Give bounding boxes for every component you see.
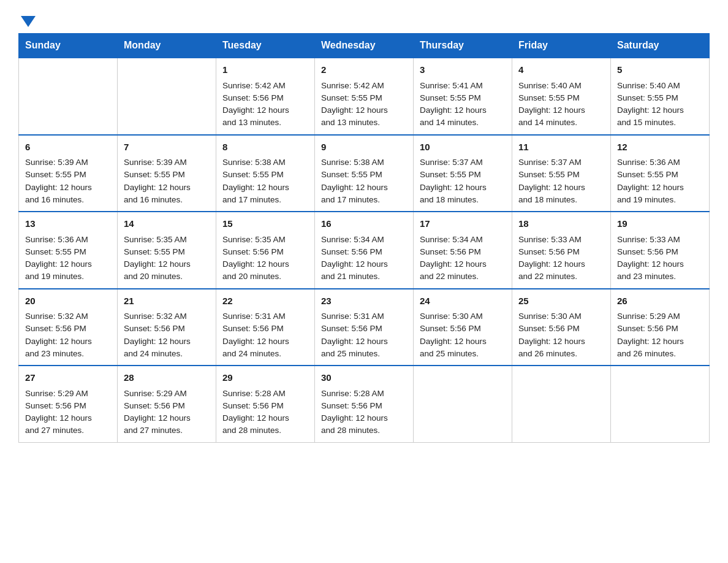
week-row-4: 20Sunrise: 5:32 AM Sunset: 5:56 PM Dayli… [19, 289, 710, 366]
day-number: 1 [222, 63, 308, 77]
calendar-cell: 20Sunrise: 5:32 AM Sunset: 5:56 PM Dayli… [19, 289, 118, 366]
day-number: 28 [124, 371, 210, 385]
day-info: Sunrise: 5:38 AM Sunset: 5:55 PM Dayligh… [222, 156, 308, 206]
calendar-cell: 9Sunrise: 5:38 AM Sunset: 5:55 PM Daylig… [315, 135, 414, 212]
day-info: Sunrise: 5:31 AM Sunset: 5:56 PM Dayligh… [222, 310, 308, 360]
calendar-cell: 4Sunrise: 5:40 AM Sunset: 5:55 PM Daylig… [512, 58, 611, 135]
calendar-cell: 24Sunrise: 5:30 AM Sunset: 5:56 PM Dayli… [414, 289, 512, 366]
day-info: Sunrise: 5:31 AM Sunset: 5:56 PM Dayligh… [321, 310, 407, 360]
day-info: Sunrise: 5:38 AM Sunset: 5:55 PM Dayligh… [321, 156, 407, 206]
day-info: Sunrise: 5:40 AM Sunset: 5:55 PM Dayligh… [617, 80, 703, 129]
day-number: 27 [25, 371, 111, 385]
calendar-cell: 11Sunrise: 5:37 AM Sunset: 5:55 PM Dayli… [512, 135, 611, 212]
calendar-cell: 25Sunrise: 5:30 AM Sunset: 5:56 PM Dayli… [512, 289, 611, 366]
day-info: Sunrise: 5:29 AM Sunset: 5:56 PM Dayligh… [124, 388, 210, 437]
day-info: Sunrise: 5:39 AM Sunset: 5:55 PM Dayligh… [25, 156, 111, 206]
day-number: 6 [25, 140, 111, 155]
day-info: Sunrise: 5:37 AM Sunset: 5:55 PM Dayligh… [518, 156, 604, 206]
day-info: Sunrise: 5:32 AM Sunset: 5:56 PM Dayligh… [25, 310, 111, 360]
calendar-cell: 10Sunrise: 5:37 AM Sunset: 5:55 PM Dayli… [414, 135, 512, 212]
day-info: Sunrise: 5:28 AM Sunset: 5:56 PM Dayligh… [222, 388, 308, 437]
calendar-cell: 1Sunrise: 5:42 AM Sunset: 5:56 PM Daylig… [216, 58, 315, 135]
calendar-cell [118, 58, 216, 135]
calendar-cell: 8Sunrise: 5:38 AM Sunset: 5:55 PM Daylig… [216, 135, 315, 212]
day-info: Sunrise: 5:33 AM Sunset: 5:56 PM Dayligh… [518, 234, 604, 283]
day-number: 29 [222, 371, 308, 385]
week-row-1: 1Sunrise: 5:42 AM Sunset: 5:56 PM Daylig… [19, 58, 710, 135]
column-header-wednesday: Wednesday [315, 34, 414, 58]
calendar-cell [414, 366, 512, 442]
calendar-cell: 6Sunrise: 5:39 AM Sunset: 5:55 PM Daylig… [19, 135, 118, 212]
day-number: 15 [222, 217, 308, 231]
calendar-cell [512, 366, 611, 442]
day-number: 14 [124, 217, 210, 231]
day-info: Sunrise: 5:41 AM Sunset: 5:55 PM Dayligh… [420, 80, 506, 129]
page-header [18, 12, 710, 27]
week-row-3: 13Sunrise: 5:36 AM Sunset: 5:55 PM Dayli… [19, 212, 710, 289]
calendar-cell: 14Sunrise: 5:35 AM Sunset: 5:55 PM Dayli… [118, 212, 216, 289]
calendar-cell: 30Sunrise: 5:28 AM Sunset: 5:56 PM Dayli… [315, 366, 414, 442]
logo-arrow-icon [21, 16, 36, 27]
logo [18, 12, 36, 27]
day-info: Sunrise: 5:32 AM Sunset: 5:56 PM Dayligh… [124, 310, 210, 360]
calendar-header-row: SundayMondayTuesdayWednesdayThursdayFrid… [19, 34, 710, 58]
day-number: 22 [222, 294, 308, 308]
day-info: Sunrise: 5:40 AM Sunset: 5:55 PM Dayligh… [518, 80, 604, 129]
day-info: Sunrise: 5:35 AM Sunset: 5:55 PM Dayligh… [124, 234, 210, 283]
column-header-saturday: Saturday [611, 34, 710, 58]
column-header-sunday: Sunday [19, 34, 118, 58]
day-info: Sunrise: 5:34 AM Sunset: 5:56 PM Dayligh… [420, 234, 506, 283]
calendar-cell: 22Sunrise: 5:31 AM Sunset: 5:56 PM Dayli… [216, 289, 315, 366]
day-number: 24 [420, 294, 506, 308]
day-info: Sunrise: 5:42 AM Sunset: 5:56 PM Dayligh… [222, 80, 308, 129]
day-number: 11 [518, 140, 604, 155]
calendar-cell: 23Sunrise: 5:31 AM Sunset: 5:56 PM Dayli… [315, 289, 414, 366]
calendar-cell [611, 366, 710, 442]
column-header-friday: Friday [512, 34, 611, 58]
column-header-tuesday: Tuesday [216, 34, 315, 58]
week-row-5: 27Sunrise: 5:29 AM Sunset: 5:56 PM Dayli… [19, 366, 710, 442]
day-info: Sunrise: 5:39 AM Sunset: 5:55 PM Dayligh… [124, 156, 210, 206]
calendar-cell [19, 58, 118, 135]
day-info: Sunrise: 5:36 AM Sunset: 5:55 PM Dayligh… [25, 234, 111, 283]
day-info: Sunrise: 5:30 AM Sunset: 5:56 PM Dayligh… [518, 310, 604, 360]
day-number: 20 [25, 294, 111, 308]
day-number: 19 [617, 217, 703, 231]
calendar-cell: 7Sunrise: 5:39 AM Sunset: 5:55 PM Daylig… [118, 135, 216, 212]
day-number: 10 [420, 140, 506, 155]
day-info: Sunrise: 5:29 AM Sunset: 5:56 PM Dayligh… [617, 310, 703, 360]
day-info: Sunrise: 5:34 AM Sunset: 5:56 PM Dayligh… [321, 234, 407, 283]
calendar-cell: 12Sunrise: 5:36 AM Sunset: 5:55 PM Dayli… [611, 135, 710, 212]
day-number: 2 [321, 63, 407, 77]
day-info: Sunrise: 5:30 AM Sunset: 5:56 PM Dayligh… [420, 310, 506, 360]
day-number: 21 [124, 294, 210, 308]
day-number: 30 [321, 371, 407, 385]
day-number: 9 [321, 140, 407, 155]
week-row-2: 6Sunrise: 5:39 AM Sunset: 5:55 PM Daylig… [19, 135, 710, 212]
day-info: Sunrise: 5:33 AM Sunset: 5:56 PM Dayligh… [617, 234, 703, 283]
day-number: 5 [617, 63, 703, 77]
calendar-cell: 13Sunrise: 5:36 AM Sunset: 5:55 PM Dayli… [19, 212, 118, 289]
day-info: Sunrise: 5:36 AM Sunset: 5:55 PM Dayligh… [617, 156, 703, 206]
day-number: 4 [518, 63, 604, 77]
day-number: 18 [518, 217, 604, 231]
calendar-cell: 15Sunrise: 5:35 AM Sunset: 5:56 PM Dayli… [216, 212, 315, 289]
day-number: 12 [617, 140, 703, 155]
day-info: Sunrise: 5:29 AM Sunset: 5:56 PM Dayligh… [25, 388, 111, 437]
calendar-cell: 19Sunrise: 5:33 AM Sunset: 5:56 PM Dayli… [611, 212, 710, 289]
calendar-table: SundayMondayTuesdayWednesdayThursdayFrid… [18, 33, 710, 443]
day-number: 3 [420, 63, 506, 77]
day-number: 25 [518, 294, 604, 308]
day-info: Sunrise: 5:35 AM Sunset: 5:56 PM Dayligh… [222, 234, 308, 283]
day-number: 17 [420, 217, 506, 231]
calendar-cell: 16Sunrise: 5:34 AM Sunset: 5:56 PM Dayli… [315, 212, 414, 289]
calendar-cell: 28Sunrise: 5:29 AM Sunset: 5:56 PM Dayli… [118, 366, 216, 442]
column-header-thursday: Thursday [414, 34, 512, 58]
day-number: 16 [321, 217, 407, 231]
calendar-cell: 18Sunrise: 5:33 AM Sunset: 5:56 PM Dayli… [512, 212, 611, 289]
calendar-cell: 17Sunrise: 5:34 AM Sunset: 5:56 PM Dayli… [414, 212, 512, 289]
calendar-cell: 3Sunrise: 5:41 AM Sunset: 5:55 PM Daylig… [414, 58, 512, 135]
calendar-cell: 29Sunrise: 5:28 AM Sunset: 5:56 PM Dayli… [216, 366, 315, 442]
calendar-cell: 21Sunrise: 5:32 AM Sunset: 5:56 PM Dayli… [118, 289, 216, 366]
day-number: 23 [321, 294, 407, 308]
